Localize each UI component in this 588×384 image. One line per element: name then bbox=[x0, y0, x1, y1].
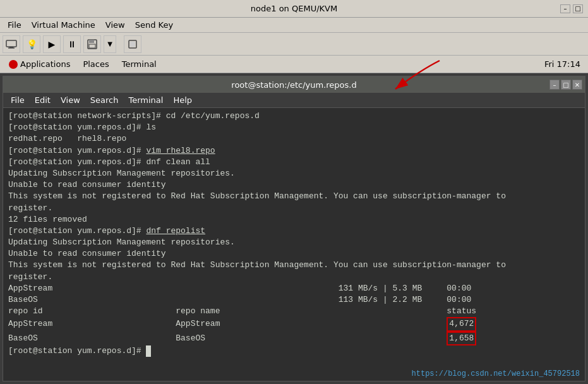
monitor-icon bbox=[6, 40, 17, 49]
taskbar-left: Applications Places Terminal bbox=[3, 56, 544, 73]
line-13: Unable to read consumer identity bbox=[8, 248, 580, 260]
terminal-content: [root@station network-scripts]# cd /etc/… bbox=[3, 108, 585, 381]
inner-titlebar-controls: – □ ✕ bbox=[549, 80, 582, 90]
line-6: Updating Subscription Management reposit… bbox=[8, 168, 580, 179]
toolbar: 💡 ▶ ⏸ ▼ bbox=[0, 33, 588, 56]
toolbar-pause-button[interactable]: ⏸ bbox=[63, 35, 81, 53]
line-2: [root@station yum.repos.d]# ls bbox=[8, 122, 580, 133]
line-10: 12 files removed bbox=[8, 214, 580, 225]
inner-window-wrap: root@station:/etc/yum.repos.d – □ ✕ bbox=[0, 73, 588, 384]
inner-menu-edit[interactable]: Edit bbox=[30, 94, 56, 106]
inner-menu-view[interactable]: View bbox=[56, 94, 85, 106]
inner-minimize-button[interactable]: – bbox=[549, 80, 560, 90]
outer-titlebar-controls: – □ bbox=[560, 4, 583, 13]
line-4: [root@station yum.repos.d]# vim rhel8.re… bbox=[8, 145, 580, 157]
svg-rect-4 bbox=[89, 40, 94, 43]
inner-menu-search[interactable]: Search bbox=[85, 94, 124, 106]
line-3: redhat.repo rhel8.repo bbox=[8, 133, 580, 145]
toolbar-fullscreen-button[interactable] bbox=[124, 35, 141, 53]
vim-command: vim rhel8.repo bbox=[146, 146, 215, 155]
toolbar-play-button[interactable]: ▶ bbox=[43, 35, 61, 53]
terminal-window: root@station:/etc/yum.repos.d – □ ✕ bbox=[3, 76, 585, 381]
line-5: [root@station yum.repos.d]# dnf clean al… bbox=[8, 157, 580, 168]
line-1: [root@station network-scripts]# cd /etc/… bbox=[8, 111, 580, 122]
fullscreen-icon bbox=[128, 39, 138, 49]
outer-title: node1 on QEMU/KVM bbox=[251, 4, 337, 13]
line-8: This system is not registered to Red Hat… bbox=[8, 191, 580, 202]
line-14: This system is not registered to Red Hat… bbox=[8, 260, 580, 271]
inner-menu-file[interactable]: File bbox=[6, 94, 30, 106]
outer-titlebar: node1 on QEMU/KVM – □ bbox=[0, 0, 588, 18]
line-appstream-status: AppStream AppStream 4,672 bbox=[8, 317, 580, 331]
watermark: https://blog.csdn.net/weixin_45792518 bbox=[412, 369, 580, 378]
svg-rect-0 bbox=[6, 40, 16, 47]
line-baseos-download: BaseOS 113 MB/s | 2.2 MB 00:00 bbox=[8, 294, 580, 306]
outer-maximize-button[interactable]: □ bbox=[573, 4, 583, 13]
menu-send-key[interactable]: Send Key bbox=[130, 19, 178, 31]
inner-maximize-button[interactable]: □ bbox=[561, 80, 571, 90]
appstream-count: 4,672 bbox=[447, 317, 476, 331]
baseos-count: 1,658 bbox=[447, 332, 476, 345]
line-7: Unable to read consumer identity bbox=[8, 179, 580, 191]
inner-menu-terminal[interactable]: Terminal bbox=[123, 94, 168, 106]
menu-virtual-machine[interactable]: Virtual Machine bbox=[27, 19, 100, 31]
line-12: Updating Subscription Management reposit… bbox=[8, 237, 580, 248]
line-baseos-status: BaseOS BaseOS 1,658 bbox=[8, 332, 580, 345]
line-header: repo id repo name status bbox=[8, 306, 580, 317]
svg-rect-7 bbox=[130, 42, 135, 47]
inner-title: root@station:/etc/yum.repos.d bbox=[231, 80, 356, 90]
toolbar-bulb-button[interactable]: 💡 bbox=[23, 35, 40, 53]
terminal-label: Terminal bbox=[122, 59, 157, 69]
outer-menubar: File Virtual Machine View Send Key bbox=[0, 18, 588, 33]
repolist-command: dnf repolist bbox=[146, 226, 205, 236]
toolbar-monitor-button[interactable] bbox=[3, 35, 20, 53]
taskbar-applications[interactable]: Applications bbox=[3, 56, 76, 73]
outer-minimize-button[interactable]: – bbox=[560, 4, 570, 13]
toolbar-dropdown-button[interactable]: ▼ bbox=[104, 35, 116, 53]
save-icon bbox=[87, 39, 97, 49]
line-appstream-download: AppStream 131 MB/s | 5.3 MB 00:00 bbox=[8, 283, 580, 294]
line-9: register. bbox=[8, 203, 580, 214]
menu-file[interactable]: File bbox=[3, 19, 27, 31]
taskbar-clock: Fri 17:14 bbox=[544, 59, 585, 69]
inner-close-button[interactable]: ✕ bbox=[572, 80, 582, 90]
line-15: register. bbox=[8, 272, 580, 283]
line-11: [root@station yum.repos.d]# dnf repolist bbox=[8, 225, 580, 237]
inner-menu-help[interactable]: Help bbox=[168, 94, 197, 106]
taskbar-places[interactable]: Places bbox=[76, 56, 115, 73]
outer-window: node1 on QEMU/KVM – □ File Virtual Machi… bbox=[0, 0, 588, 384]
toolbar-save-button[interactable] bbox=[83, 35, 101, 53]
inner-menubar: File Edit View Search Terminal Help bbox=[3, 93, 585, 108]
taskbar-terminal[interactable]: Terminal bbox=[116, 56, 163, 73]
svg-rect-5 bbox=[89, 44, 95, 48]
taskbar: Applications Places Terminal Fri 17:14 bbox=[0, 56, 588, 73]
line-prompt: [root@station yum.repos.d]# bbox=[8, 345, 580, 357]
apps-icon bbox=[9, 60, 18, 69]
applications-label: Applications bbox=[20, 59, 70, 69]
menu-view[interactable]: View bbox=[100, 19, 130, 31]
places-label: Places bbox=[83, 59, 109, 69]
inner-titlebar: root@station:/etc/yum.repos.d – □ ✕ bbox=[3, 76, 585, 93]
